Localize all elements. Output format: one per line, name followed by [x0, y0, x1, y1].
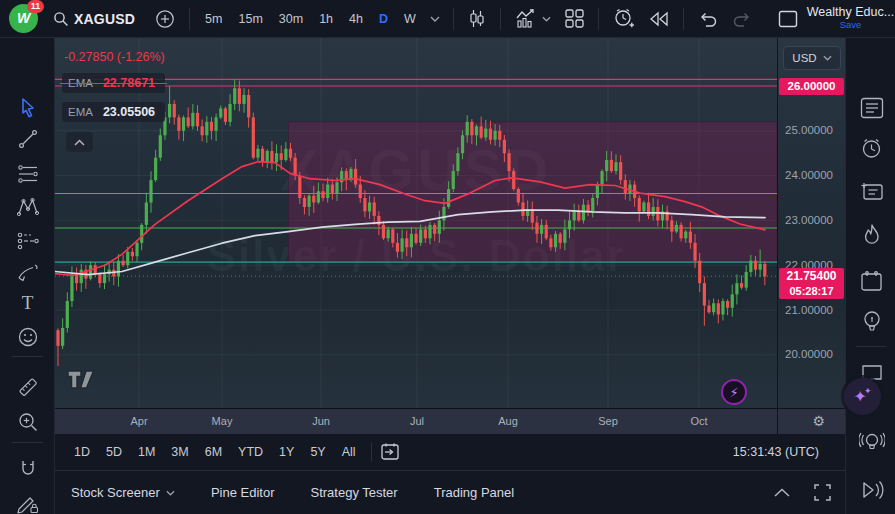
range-1d[interactable]: 1D	[67, 441, 97, 463]
bar-replay-button[interactable]	[642, 5, 676, 33]
month-label-sep: Sep	[598, 415, 618, 427]
tradingview-app: W 11 XAGUSD 5m15m30m1h4hDW	[0, 0, 895, 514]
legend-collapse-button[interactable]	[66, 132, 93, 152]
toolbar-divider	[683, 8, 684, 30]
sparkle-icon: ✦	[864, 386, 872, 396]
timeframe-1h[interactable]: 1h	[311, 6, 341, 32]
save-button[interactable]: Save	[840, 20, 862, 30]
toolbar-divider	[12, 356, 43, 357]
ai-assistant-button[interactable]: ✦ ✦	[844, 378, 881, 415]
indicators-button[interactable]	[508, 5, 558, 33]
ema-slow-label: EMA	[68, 106, 93, 118]
clock-utc[interactable]: 15:31:43 (UTC)	[733, 445, 819, 459]
range-divider	[371, 443, 372, 461]
cursor-tool[interactable]	[14, 94, 41, 121]
trend-line-tool[interactable]	[14, 125, 41, 152]
last-price-label[interactable]: 21.7540005:28:17	[779, 268, 844, 299]
ema-fast-legend-row[interactable]: EMA 22.78671	[62, 73, 165, 93]
symbol-search-button[interactable]: XAGUSD	[46, 5, 142, 33]
measure-tool[interactable]	[14, 373, 41, 400]
panel-tabs: Stock ScreenerPine EditorStrategy Tester…	[71, 485, 514, 500]
layout-name[interactable]: Wealthy Educ...	[807, 6, 894, 20]
emoji-tool[interactable]	[14, 323, 41, 350]
chart-legend: -0.27850 (-1.26%) EMA 22.78671 EMA 23.05…	[62, 50, 165, 152]
toolbar-divider	[12, 442, 43, 443]
redo-button[interactable]	[725, 5, 759, 33]
range-3m[interactable]: 3M	[164, 441, 195, 463]
price-alert-label[interactable]: 26.00000	[779, 78, 844, 95]
add-symbol-icon	[155, 9, 175, 29]
range-5d[interactable]: 5D	[99, 441, 129, 463]
currency-toggle-button[interactable]: USD	[783, 46, 841, 70]
panel-tab-stock-screener[interactable]: Stock Screener	[71, 485, 175, 500]
watchlist-icon[interactable]	[858, 94, 885, 121]
app-logo[interactable]: W 11	[0, 0, 46, 38]
timeframe-4h[interactable]: 4h	[341, 6, 371, 32]
last-price-value: 21.75400	[779, 269, 844, 284]
search-icon	[53, 11, 69, 27]
panel-tab-trading-panel[interactable]: Trading Panel	[434, 485, 514, 500]
price-scale[interactable]: USD 26.0000025.0000024.0000023.0000022.0…	[777, 38, 845, 408]
timeframe-dropdown-icon[interactable]	[424, 16, 446, 22]
instant-trading-icon[interactable]: ⚡	[721, 379, 747, 405]
timeframe-D[interactable]: D	[371, 6, 396, 32]
create-alert-button[interactable]	[606, 5, 642, 33]
timeframe-5m[interactable]: 5m	[197, 6, 230, 32]
time-axis[interactable]: AprMayJunJulAugSepOct ⚙	[55, 408, 845, 434]
calendar-icon[interactable]	[858, 267, 885, 294]
forecast-tool[interactable]	[14, 227, 41, 254]
chart-area: XAGUSD Silver / U.S. Dollar -0.27850 (-1…	[55, 38, 845, 408]
drawing-lock-tool[interactable]	[14, 490, 41, 514]
timeframe-30m[interactable]: 30m	[271, 6, 311, 32]
drawing-toolbar: T	[0, 38, 55, 514]
fib-retracement-tool[interactable]	[14, 160, 41, 187]
chart-settings-gear-icon[interactable]: ⚙	[812, 413, 825, 429]
currency-label: USD	[792, 52, 816, 64]
fullscreen-icon[interactable]	[814, 484, 831, 501]
ema-slow-legend-row[interactable]: EMA 23.05506	[62, 102, 165, 122]
ema-slow-value: 23.05506	[103, 105, 155, 119]
public-chat-icon[interactable]	[858, 476, 885, 503]
chart-canvas[interactable]: XAGUSD Silver / U.S. Dollar -0.27850 (-1…	[55, 38, 777, 408]
panel-tab-strategy-tester[interactable]: Strategy Tester	[310, 485, 397, 500]
go-to-date-icon[interactable]	[380, 442, 400, 462]
streams-icon[interactable]	[858, 428, 885, 455]
chart-style-button[interactable]	[461, 5, 493, 33]
ideas-lightbulb-icon[interactable]	[858, 308, 885, 335]
zoom-in-tool[interactable]	[14, 408, 41, 435]
layout-square-icon	[778, 10, 798, 28]
timeframe-W[interactable]: W	[396, 6, 424, 32]
magnet-tool[interactable]	[14, 455, 41, 482]
panel-tab-pine-editor[interactable]: Pine Editor	[211, 485, 275, 500]
panel-controls	[774, 484, 831, 501]
hotlists-flame-icon[interactable]	[858, 221, 885, 248]
tradingview-logo[interactable]	[66, 369, 100, 390]
text-tool[interactable]: T	[14, 289, 41, 316]
range-5y[interactable]: 5Y	[303, 441, 332, 463]
range-6m[interactable]: 6M	[198, 441, 229, 463]
grid-layout-icon	[565, 9, 584, 28]
notes-icon[interactable]	[858, 177, 885, 204]
month-label-may: May	[212, 415, 233, 427]
candlestick-style-icon	[468, 9, 486, 29]
timeframe-15m[interactable]: 15m	[230, 6, 270, 32]
notification-count-badge: 11	[27, 0, 44, 13]
panel-expand-icon[interactable]	[774, 488, 790, 497]
range-1m[interactable]: 1M	[131, 441, 162, 463]
save-layout-button[interactable]: Wealthy Educ... Save	[771, 5, 895, 33]
range-all[interactable]: All	[335, 441, 363, 463]
undo-icon	[698, 11, 718, 27]
xabcd-pattern-tool[interactable]	[14, 193, 41, 220]
layout-grid-button[interactable]	[558, 5, 591, 33]
price-change-text: -0.27850 (-1.26%)	[64, 50, 165, 64]
add-symbol-button[interactable]	[148, 5, 182, 33]
brush-tool[interactable]	[14, 259, 41, 286]
indicators-icon	[515, 9, 537, 29]
alerts-clock-icon[interactable]	[858, 135, 885, 162]
undo-button[interactable]	[691, 5, 725, 33]
range-ytd[interactable]: YTD	[231, 441, 270, 463]
toolbar-divider	[453, 8, 454, 30]
month-label-jun: Jun	[312, 415, 330, 427]
range-1y[interactable]: 1Y	[272, 441, 301, 463]
price-tick-21.00000: 21.00000	[785, 304, 833, 316]
